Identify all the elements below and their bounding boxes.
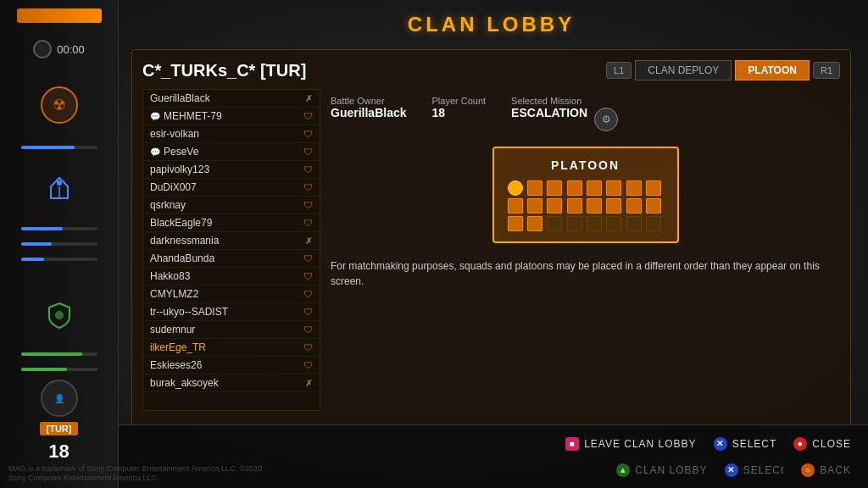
platoon-cell [587,198,602,214]
select2-button[interactable]: ✕ SELECt [725,463,785,477]
cross-icon: ✗ [305,378,313,389]
platoon-cell [626,198,642,214]
svg-point-2 [57,180,62,186]
shield-icon: 🛡 [303,271,313,281]
player-name: darknessmania [150,235,219,247]
back-button[interactable]: ○ BACK [801,463,851,477]
page-title: CLAN LOBBY [131,13,851,36]
player-name: GuerillaBlack [150,92,210,104]
tab-r1[interactable]: R1 [813,62,840,79]
player-name: qsrknay [150,199,186,211]
battle-info: Battle Owner GuerillaBlack Player Count … [331,89,840,138]
selected-mission-value: ESCALATION [511,106,587,119]
close-button[interactable]: ● CLOSE [793,437,851,451]
list-item[interactable]: qsrknay 🛡 [143,197,320,214]
close-label: CLOSE [812,438,851,450]
list-item[interactable]: 💬PeseVe 🛡 [143,143,320,161]
list-item[interactable]: darknessmania ✗ [143,232,320,250]
select2-icon: ✕ [725,463,738,477]
platoon-cell [547,180,562,196]
list-item[interactable]: papivolky123 🛡 [143,161,320,179]
select2-label: SELECt [743,464,785,476]
select-label: SELECT [732,438,777,450]
left-sidebar: 00:00 ☢ 👤 [0,0,119,488]
tab-l1[interactable]: L1 [606,62,632,79]
platoon-cell [587,180,602,196]
platoon-label: PLATOON [508,158,664,172]
list-item[interactable]: tr--ukyo--SADIST 🛡 [143,303,320,321]
shield-icon: 🛡 [303,218,313,228]
list-item[interactable]: sudemnur 🛡 [143,321,320,339]
select-button[interactable]: ✕ SELECT [714,437,777,451]
player-count-label: Player Count [432,96,487,106]
tab-platoon[interactable]: PLATOON [735,60,810,80]
selected-mission-col: Selected Mission ESCALATION ⚙ [511,96,618,131]
select-icon: ✕ [714,437,727,451]
list-item[interactable]: Hakko83 🛡 [143,268,320,286]
list-item[interactable]: CMYLMZ2 🛡 [143,286,320,303]
legal-text: MAG is a trademark of Sony Computer Ente… [8,464,263,484]
list-item[interactable]: esir-volkan 🛡 [143,125,320,143]
list-item[interactable]: GuerillaBlack ✗ [143,90,320,108]
sidebar-player-count: 18 [48,441,69,463]
clan-lobby-icon: ▲ [616,463,630,477]
leave-lobby-button[interactable]: ■ LEAVE CLAN LOBBY [565,437,697,451]
list-item[interactable]: Eskieses26 🛡 [143,357,320,374]
player-list-panel[interactable]: GuerillaBlack ✗ 💬MEHMET-79 🛡 esir-volkan… [142,89,320,411]
back-icon: ○ [801,463,815,477]
list-item[interactable]: DuDiX007 🛡 [143,179,320,197]
platoon-cell [646,180,661,196]
platoon-cell [567,180,582,196]
timer-circle [33,40,52,58]
shield-icon: 🛡 [303,307,313,317]
player-name: AhandaBunda [150,252,214,264]
clan-header: C*_TURKs_C* [TUR] L1 CLAN DEPLOY PLATOON… [142,60,840,80]
progress-6 [21,368,97,371]
progress-2 [21,227,97,230]
platoon-cell [646,216,661,231]
svg-point-3 [55,311,64,319]
class-icon [44,175,75,205]
platoon-cell [587,216,602,231]
clan-name: C*_TURKs_C* [TUR] [142,61,306,80]
platoon-cell-leader [508,180,523,196]
selected-mission-label: Selected Mission [511,96,587,106]
faction-badge: [TUR] [40,422,79,435]
platoon-cell [547,216,562,231]
player-name: tr--ukyo--SADIST [150,306,228,318]
shield-icon: 🛡 [303,164,313,175]
leave-icon: ■ [565,437,579,451]
player-name: MEHMET-79 [164,110,222,122]
player-name: BlackEagle79 [150,217,212,229]
shield-icon: 🛡 [303,182,313,192]
chat-icon: 💬 [150,147,160,157]
player-name: sudemnur [150,324,195,336]
content-area: GuerillaBlack ✗ 💬MEHMET-79 🛡 esir-volkan… [142,89,840,411]
progress-1 [21,146,97,149]
list-item[interactable]: BlackEagle79 🛡 [143,214,320,232]
platoon-cell [606,198,621,214]
timer-display: 00:00 [33,40,85,58]
platoon-cell [508,198,523,214]
main-panel: C*_TURKs_C* [TUR] L1 CLAN DEPLOY PLATOON… [131,49,851,427]
list-item[interactable]: burak_aksoyek ✗ [143,374,320,392]
platoon-cell [567,216,582,231]
list-item[interactable]: AhandaBunda 🛡 [143,250,320,268]
clan-lobby-button[interactable]: ▲ CLAN LOBBY [616,463,707,477]
shield-icon: 🛡 [303,200,313,210]
list-item[interactable]: 💬MEHMET-79 🛡 [143,108,320,125]
shield-icon [44,300,75,330]
list-item[interactable]: ilkerEge_TR 🛡 [143,339,320,357]
battle-owner-value: GuerillaBlack [331,106,407,119]
platoon-cell [547,198,562,214]
platoon-cell [527,180,542,196]
platoon-cell [606,180,621,196]
timer-value: 00:00 [57,43,85,56]
shield-icon: 🛡 [303,253,313,263]
player-name: ilkerEge_TR [150,341,206,353]
sidebar-top-bar [17,8,102,23]
player-name: Eskieses26 [150,359,202,371]
tab-clan-deploy[interactable]: CLAN DEPLOY [635,60,732,80]
sidebar-icon-2 [38,169,81,210]
shield-icon: 🛡 [303,147,313,157]
